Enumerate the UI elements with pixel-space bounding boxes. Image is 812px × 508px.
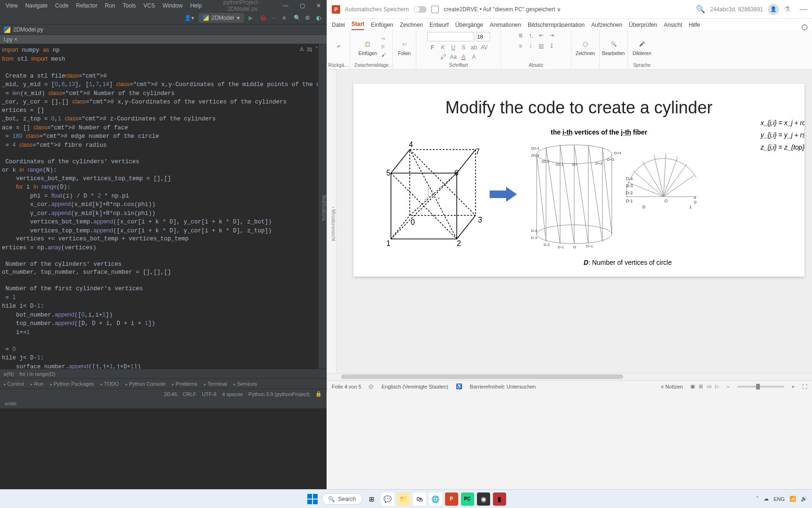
edit-button[interactable]: 🔍Bearbeiten — [600, 37, 626, 57]
menu-refactor[interactable]: Refactor — [73, 1, 100, 10]
accessibility-lang-icon[interactable]: ⛒ — [369, 384, 374, 389]
format-painter-icon[interactable]: 🖌 — [382, 52, 386, 57]
powerpoint-icon[interactable]: P — [445, 492, 458, 506]
fit-window-icon[interactable]: ⛶ — [802, 384, 807, 389]
menu-navigate[interactable]: Navigate — [23, 1, 50, 10]
tool-services[interactable]: Services — [234, 381, 257, 387]
language-status[interactable]: Englisch (Vereinigte Staaten) — [382, 384, 448, 389]
debug-icon[interactable]: 🐞 — [260, 15, 266, 21]
explorer-icon[interactable]: 📁 — [397, 492, 410, 506]
text-direction-icon[interactable]: ↧ — [548, 43, 555, 49]
tab-ueberpruefen[interactable]: Überprüfen — [629, 22, 657, 30]
lock-icon[interactable]: 🔒 — [315, 391, 322, 397]
editor-tab[interactable]: 2DModel.py — [0, 24, 327, 35]
sorter-view-icon[interactable]: ⊞ — [699, 383, 703, 389]
slide-title[interactable]: Modify the code to create a cylinder — [372, 98, 786, 118]
slide-subtitle[interactable]: the i-th vertices of the j-th fiber — [551, 128, 647, 136]
draw-button[interactable]: ◯Zeichnen — [574, 37, 597, 57]
font-family-input[interactable] — [427, 32, 474, 41]
tool-python-console[interactable]: Python Console — [125, 381, 165, 387]
pycharm-icon[interactable]: PC — [461, 492, 474, 506]
chevron-up-icon[interactable]: ˄ — [756, 496, 759, 502]
columns-icon[interactable]: ▥ — [538, 43, 545, 49]
indent-info[interactable]: 4 spaces — [222, 391, 243, 397]
case-icon[interactable]: Aa — [450, 54, 457, 60]
code-editor[interactable]: import numpy as np from stl import mesh … — [0, 44, 327, 369]
search-icon[interactable]: 🔍 — [696, 5, 705, 14]
app-icon[interactable]: ▮ — [493, 492, 506, 506]
slide-canvas[interactable]: Modify the code to create a cylinder the… — [336, 70, 812, 373]
accessibility-icon[interactable]: ♿ — [456, 383, 462, 389]
dictate-button[interactable]: 🎤Diktieren — [631, 37, 653, 57]
tab-aufzeichnen[interactable]: Aufzeichnen — [591, 22, 622, 30]
new-slide-button[interactable]: ▭Folien — [396, 37, 413, 57]
save-icon[interactable] — [431, 6, 439, 13]
wifi-icon[interactable]: 📶 — [789, 496, 796, 502]
undo-button[interactable]: ↶ — [331, 40, 347, 54]
menu-window[interactable]: Window — [160, 1, 186, 10]
record-button[interactable] — [802, 24, 807, 30]
normal-view-icon[interactable]: ▣ — [690, 383, 695, 389]
copy-icon[interactable]: ⎘ — [382, 44, 386, 49]
highlight-icon[interactable]: 🖍 — [439, 54, 447, 60]
inner-tab[interactable]: l.py × — [0, 35, 327, 44]
maximize-icon[interactable]: ▢ — [297, 1, 308, 10]
obs-icon[interactable]: ◉ — [477, 492, 490, 506]
equations[interactable]: x_{j,i} = x_j + rco y_{j,i} = y_j + rsi … — [760, 117, 804, 153]
slideshow-view-icon[interactable]: ▷ — [715, 383, 719, 389]
tool-version-control[interactable]: Control — [4, 381, 24, 387]
tab-start[interactable]: Start — [351, 21, 364, 30]
run-icon[interactable]: ▶ — [249, 15, 255, 21]
tab-ansicht[interactable]: Ansicht — [664, 22, 682, 30]
shadow-icon[interactable]: ab — [470, 44, 478, 51]
teams-icon[interactable]: 💬 — [381, 492, 394, 506]
interpreter[interactable]: Python 3.9 (pythonProject) — [249, 391, 310, 397]
taskbar-search[interactable]: 🔍 Search — [322, 493, 362, 505]
tab-hilfe[interactable]: Hilfe — [689, 22, 700, 30]
minimize-icon[interactable]: — — [800, 5, 807, 14]
document-name[interactable]: create2DRVE • Auf "diesem PC" gespeicher… — [444, 6, 561, 13]
run-more-icon[interactable]: ⋯ — [271, 15, 278, 21]
cut-icon[interactable]: ✂ — [382, 36, 386, 41]
tool-python-packages[interactable]: Python Packages — [50, 381, 94, 387]
cursor-position[interactable]: 20:45 — [164, 391, 177, 397]
task-view-icon[interactable]: ⊞ — [365, 492, 378, 506]
thumbnail-pane-collapsed[interactable]: › Miniaturansicht — [327, 70, 336, 373]
menu-code[interactable]: Code — [52, 1, 71, 10]
zoom-out-icon[interactable]: − — [726, 384, 729, 389]
notifications-stripe[interactable]: Notifications — [318, 44, 327, 369]
strike-icon[interactable]: S — [460, 44, 468, 51]
menu-run[interactable]: Run — [102, 1, 118, 10]
bullets-icon[interactable]: ≣ — [517, 32, 524, 40]
settings-icon[interactable]: ⚙ — [305, 15, 312, 21]
bold-icon[interactable]: F — [429, 44, 437, 51]
tab-entwurf[interactable]: Entwurf — [429, 22, 449, 30]
add-user-icon[interactable]: 👤▾ — [184, 15, 194, 21]
scrollbar-thumb[interactable] — [341, 374, 623, 379]
volume-icon[interactable]: 🔊 — [801, 496, 807, 502]
align-left-icon[interactable]: ≡ — [517, 43, 524, 49]
zoom-in-icon[interactable]: + — [792, 384, 795, 389]
breadcrumb-item[interactable]: e(N) — [4, 371, 14, 377]
indent-dec-icon[interactable]: ⇤ — [538, 32, 545, 40]
file-encoding[interactable]: UTF-8 — [202, 391, 217, 397]
tool-problems[interactable]: Problems — [172, 381, 197, 387]
tab-zeichnen[interactable]: Zeichnen — [400, 22, 423, 30]
search-icon[interactable]: 🔍 — [294, 15, 300, 21]
spacing-icon[interactable]: AV — [481, 44, 488, 51]
font-size-input[interactable] — [476, 32, 490, 41]
line-spacing-icon[interactable]: ↕ — [527, 43, 535, 49]
paste-button[interactable]: 📋Einfügen — [357, 37, 379, 57]
tab-uebergaenge[interactable]: Übergänge — [455, 22, 483, 30]
minimize-icon[interactable]: — — [280, 1, 291, 10]
menu-view[interactable]: View — [3, 1, 21, 10]
underline-icon[interactable]: U — [450, 44, 457, 51]
language-indicator[interactable]: ENG — [773, 496, 785, 502]
menu-tools[interactable]: Tools — [120, 1, 139, 10]
run-config-selector[interactable]: 2DModel ▾ — [199, 13, 244, 23]
tab-animationen[interactable]: Animationen — [490, 22, 521, 30]
indent-inc-icon[interactable]: ⇥ — [548, 32, 555, 40]
font-color-icon[interactable]: A — [460, 54, 468, 60]
numbering-icon[interactable]: ⒈ — [527, 32, 535, 40]
notes-button[interactable]: ≡ Notizen — [661, 384, 683, 389]
